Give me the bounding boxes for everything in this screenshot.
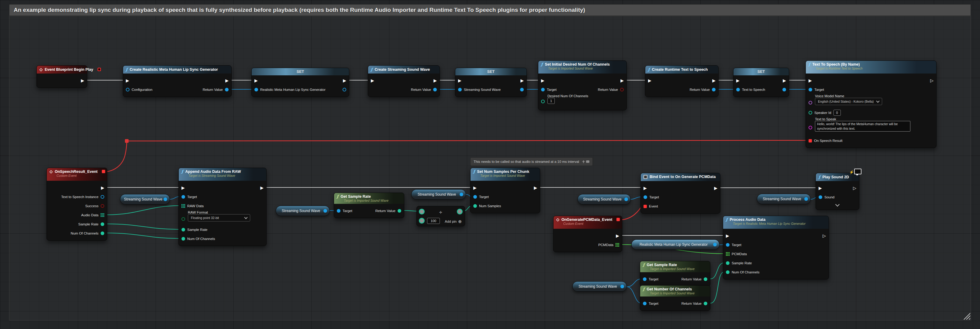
pin-streaming-sound-wave-out[interactable] bbox=[520, 88, 524, 91]
reroute-node[interactable] bbox=[125, 139, 129, 143]
node-event-blueprint-begin-play[interactable]: Event Blueprint Begin Play bbox=[37, 65, 87, 88]
pin-pcmdata-array[interactable] bbox=[616, 243, 619, 247]
pin-target[interactable] bbox=[473, 195, 477, 199]
pin-lipsync-generator-out[interactable] bbox=[342, 88, 346, 91]
node-ongeneratepcmdata-event[interactable]: OnGeneratePCMData_Event Custom Event PCM… bbox=[553, 216, 622, 252]
exec-in-pin[interactable] bbox=[808, 78, 812, 83]
exec-out-pin[interactable] bbox=[712, 78, 716, 83]
pin-pcmdata-array[interactable] bbox=[726, 252, 730, 256]
text-to-speak-input[interactable]: Hello, world! The lips of the MetaHuman … bbox=[815, 121, 910, 132]
node-comment-bubble[interactable]: This needs to be called so that audio is… bbox=[470, 157, 593, 166]
pin-sample-rate[interactable] bbox=[726, 261, 730, 265]
variable-getter-streaming-sound-wave[interactable]: Streaming Sound Wave bbox=[573, 281, 627, 292]
pin-success[interactable] bbox=[100, 204, 104, 208]
exec-in-pin[interactable] bbox=[255, 78, 258, 83]
pin-streaming-sound-wave-in[interactable] bbox=[458, 88, 462, 91]
exec-in-pin[interactable] bbox=[643, 186, 647, 190]
pin-sound[interactable] bbox=[819, 195, 822, 199]
exec-out-pin[interactable] bbox=[534, 186, 537, 190]
variable-getter-streaming-sound-wave[interactable]: Streaming Sound Wave bbox=[578, 194, 631, 205]
comment-node-title[interactable]: An example demonstrating lip sync during… bbox=[9, 4, 971, 16]
pin-num-samples[interactable] bbox=[473, 204, 477, 208]
divide-output-pin[interactable] bbox=[457, 209, 463, 215]
pin-return-value[interactable] bbox=[225, 88, 229, 91]
delegate-pin[interactable] bbox=[102, 170, 105, 173]
variable-getter-lipsync-generator[interactable]: Realistic Meta Human Lip Sync Generator bbox=[632, 239, 719, 250]
exec-in-pin[interactable] bbox=[736, 78, 740, 83]
exec-out-pin[interactable] bbox=[225, 78, 229, 83]
exec-in-pin[interactable] bbox=[473, 186, 477, 190]
pin-target[interactable] bbox=[808, 88, 812, 91]
variable-getter-streaming-sound-wave[interactable]: Streaming Sound Wave bbox=[757, 194, 811, 204]
pin-target[interactable] bbox=[643, 277, 646, 281]
exec-in-pin[interactable] bbox=[648, 78, 651, 83]
exec-out-pin[interactable] bbox=[343, 78, 346, 83]
pin-return-value[interactable] bbox=[704, 302, 707, 305]
pin-target[interactable] bbox=[643, 302, 646, 305]
pin-text-to-speech-out[interactable] bbox=[783, 88, 786, 91]
output-pin[interactable] bbox=[624, 197, 628, 201]
delegate-pin[interactable] bbox=[97, 68, 101, 71]
variable-getter-streaming-sound-wave[interactable]: Streaming Sound Wave bbox=[411, 189, 466, 200]
exec-out-pin[interactable] bbox=[853, 186, 856, 190]
pin-target[interactable] bbox=[181, 195, 185, 199]
voice-model-dropdown[interactable]: English (United States) - Kokoro (Bella) bbox=[815, 98, 882, 105]
pin-return-value[interactable] bbox=[398, 209, 401, 213]
exec-out-pin[interactable] bbox=[616, 234, 619, 238]
node-play-sound-2d[interactable]: ⚡ ƒ Play Sound 2D Sound bbox=[816, 173, 859, 210]
variable-getter-streaming-sound-wave[interactable]: Streaming Sound Wave bbox=[276, 206, 330, 216]
exec-out-pin[interactable] bbox=[520, 78, 524, 83]
bubble-pin-icon[interactable] bbox=[582, 161, 585, 163]
exec-in-pin[interactable] bbox=[726, 234, 729, 238]
pin-speaker-id[interactable] bbox=[808, 111, 812, 114]
pin-return-value[interactable] bbox=[620, 88, 624, 91]
exec-in-pin[interactable] bbox=[181, 186, 185, 190]
exec-out-pin[interactable] bbox=[822, 234, 826, 238]
raw-format-dropdown[interactable]: Floating point 32-bit bbox=[188, 214, 250, 221]
node-get-number-of-channels[interactable]: ƒ Get Number Of Channels Target is Impor… bbox=[640, 285, 710, 311]
output-pin[interactable] bbox=[713, 243, 717, 246]
pin-configuration[interactable] bbox=[126, 88, 129, 91]
exec-in-pin[interactable] bbox=[541, 78, 544, 83]
delegate-pin[interactable] bbox=[616, 218, 620, 221]
pin-text-to-speak[interactable] bbox=[808, 126, 812, 129]
exec-out-pin[interactable] bbox=[260, 186, 264, 190]
pin-sample-rate[interactable] bbox=[181, 228, 185, 232]
add-pin-button[interactable]: Add pin bbox=[445, 219, 462, 224]
pin-target[interactable] bbox=[337, 209, 340, 213]
exec-in-pin[interactable] bbox=[819, 186, 822, 190]
pin-target[interactable] bbox=[541, 88, 545, 91]
output-pin[interactable] bbox=[620, 284, 624, 288]
node-text-to-speech-by-name[interactable]: ƒ Text To Speech (By Name) Target is Run… bbox=[805, 60, 937, 148]
node-create-realistic-metahuman-lipsync-generator[interactable]: ƒ Create Realistic Meta Human Lip Sync G… bbox=[123, 65, 232, 97]
node-bind-event-to-on-generate-pcmdata[interactable]: Bind Event to On Generate PCMData Target… bbox=[641, 173, 721, 213]
pin-return-value[interactable] bbox=[704, 277, 707, 281]
node-divide[interactable]: ÷ 100 Add pin bbox=[417, 206, 465, 226]
speaker-id-input[interactable]: 0 bbox=[834, 110, 841, 116]
divide-input-b-pin[interactable] bbox=[419, 218, 425, 224]
output-pin[interactable] bbox=[164, 197, 167, 201]
exec-in-pin[interactable] bbox=[371, 78, 374, 83]
desired-num-channels-input[interactable]: 1 bbox=[547, 98, 555, 104]
divide-input-b-value[interactable]: 100 bbox=[427, 218, 440, 224]
pin-num-of-channels[interactable] bbox=[181, 237, 185, 241]
node-create-runtime-text-to-speech[interactable]: ƒ Create Runtime Text to Speech Return V… bbox=[645, 65, 719, 97]
pin-event[interactable] bbox=[643, 205, 647, 208]
exec-out-pin[interactable] bbox=[783, 78, 786, 83]
output-pin[interactable] bbox=[323, 209, 327, 213]
node-create-streaming-sound-wave[interactable]: ƒ Create Streaming Sound Wave Return Val… bbox=[368, 65, 440, 97]
pin-return-value[interactable] bbox=[433, 88, 437, 91]
output-pin[interactable] bbox=[804, 197, 808, 201]
node-get-sample-rate-bottom[interactable]: ƒ Get Sample Rate Target is Imported Sou… bbox=[640, 261, 710, 286]
node-set-lipsync-generator[interactable]: SET Realistic Meta Human Lip Sync Genera… bbox=[251, 68, 349, 97]
pin-on-speech-result[interactable] bbox=[808, 139, 812, 143]
pin-num-of-channels[interactable] bbox=[100, 232, 104, 235]
pin-text-to-speech-in[interactable] bbox=[736, 88, 740, 91]
exec-out-pin[interactable] bbox=[433, 78, 437, 83]
pin-audio-data-array[interactable] bbox=[100, 213, 104, 217]
pin-lipsync-generator-in[interactable] bbox=[255, 88, 258, 91]
exec-out-pin[interactable] bbox=[101, 186, 104, 190]
pin-voice-model-name[interactable] bbox=[808, 101, 812, 105]
pin-desired-num-of-channels[interactable] bbox=[541, 100, 545, 103]
exec-out-pin[interactable] bbox=[930, 78, 934, 83]
